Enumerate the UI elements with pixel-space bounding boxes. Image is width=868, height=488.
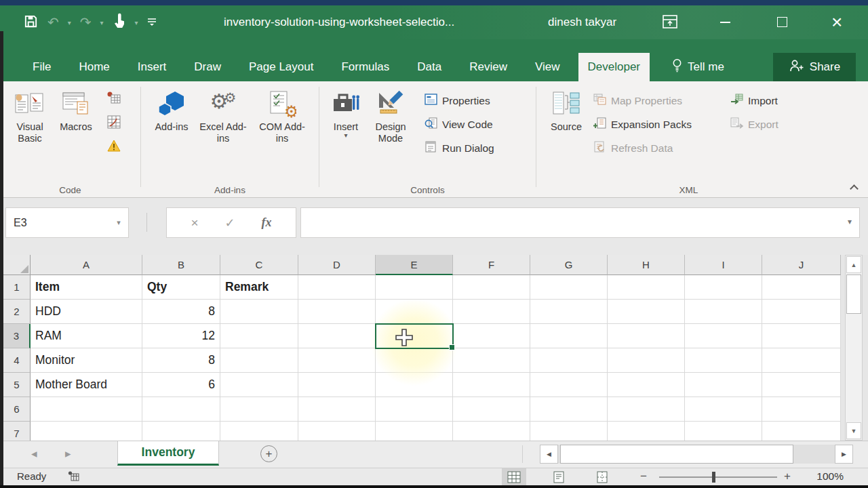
cell-A4[interactable]: Monitor [31, 348, 142, 373]
sheet-nav-left-icon[interactable]: ◂ [31, 447, 37, 461]
zoom-in-icon[interactable]: + [784, 470, 791, 483]
view-code-button[interactable]: View Code [425, 117, 494, 131]
cell-J2[interactable] [762, 300, 841, 324]
cell-H6[interactable] [608, 397, 685, 422]
tab-insert[interactable]: Insert [128, 53, 176, 81]
cell-A7[interactable] [31, 422, 142, 441]
column-header-J[interactable]: J [762, 255, 841, 275]
cell-C7[interactable] [220, 422, 298, 441]
expand-formula-bar-icon[interactable]: ▾ [848, 217, 852, 226]
signed-in-user[interactable]: dinesh takyar [548, 5, 616, 39]
row-header-5[interactable]: 5 [3, 373, 31, 397]
scroll-down-icon[interactable]: ▼ [846, 422, 861, 439]
cell-B7[interactable] [142, 422, 220, 441]
cell-H1[interactable] [608, 275, 685, 300]
row-header-6[interactable]: 6 [3, 397, 31, 422]
macro-recording-icon[interactable] [68, 471, 79, 483]
cell-I7[interactable] [685, 422, 762, 441]
expansion-packs-button[interactable]: Expansion Packs [593, 117, 692, 131]
zoom-level-label[interactable]: 100% [802, 470, 844, 483]
undo-icon[interactable]: ↶ [47, 16, 59, 29]
new-sheet-icon[interactable]: + [260, 445, 277, 462]
com-addins-button[interactable]: ⚙ COM Add-ins [255, 81, 309, 144]
column-header-B[interactable]: B [142, 255, 220, 275]
touch-mode-icon[interactable] [113, 13, 126, 32]
column-header-G[interactable]: G [530, 255, 608, 275]
vertical-scrollbar[interactable]: ▲ ▼ [845, 255, 863, 441]
column-header-C[interactable]: C [220, 255, 298, 275]
tab-formulas[interactable]: Formulas [332, 53, 399, 81]
design-mode-button[interactable]: Design Mode [367, 81, 414, 144]
zoom-slider-track[interactable] [659, 476, 777, 478]
select-all-corner[interactable] [3, 255, 31, 275]
cell-G7[interactable] [530, 422, 608, 441]
enter-icon[interactable]: ✓ [224, 216, 235, 230]
macros-button[interactable]: Macros [54, 81, 98, 144]
cell-F4[interactable] [453, 348, 530, 373]
collapse-ribbon-icon[interactable] [850, 184, 859, 193]
cell-I5[interactable] [685, 373, 762, 397]
insert-dropdown-icon[interactable]: ▾ [344, 133, 347, 138]
row-header-3[interactable]: 3 [3, 324, 31, 348]
cell-B5[interactable]: 6 [142, 373, 220, 397]
excel-addins-button[interactable]: ⚙⚙ Excel Add-ins [197, 81, 250, 144]
properties-button[interactable]: Properties [425, 94, 494, 108]
scroll-right-icon[interactable]: ▶ [835, 445, 853, 464]
cell-C6[interactable] [220, 397, 298, 422]
tab-view[interactable]: View [526, 53, 570, 81]
column-header-H[interactable]: H [608, 255, 685, 275]
cell-F2[interactable] [453, 300, 530, 324]
formula-input[interactable] [300, 207, 860, 238]
name-box-dropdown-icon[interactable]: ▾ [109, 218, 128, 227]
cell-J7[interactable] [762, 422, 841, 441]
tab-developer[interactable]: Developer [578, 53, 650, 81]
cell-J5[interactable] [762, 373, 841, 397]
cell-I3[interactable] [685, 324, 762, 348]
cell-H7[interactable] [608, 422, 685, 441]
cell-G5[interactable] [530, 373, 608, 397]
cell-I2[interactable] [685, 300, 762, 324]
ribbon-display-options-icon[interactable] [662, 14, 678, 32]
cell-B3[interactable]: 12 [142, 324, 220, 348]
cell-C5[interactable] [220, 373, 298, 397]
scroll-left-icon[interactable]: ◀ [540, 445, 558, 464]
cell-A5[interactable]: Mother Board [31, 373, 142, 397]
normal-view-icon[interactable] [502, 468, 526, 486]
cell-D6[interactable] [298, 397, 376, 422]
column-header-I[interactable]: I [685, 255, 762, 275]
column-header-E[interactable]: E [376, 255, 453, 275]
cell-F3[interactable] [453, 324, 530, 348]
cell-D1[interactable] [298, 275, 376, 300]
selected-cell-outline[interactable] [375, 323, 454, 349]
cell-E5[interactable] [376, 373, 453, 397]
cell-I4[interactable] [685, 348, 762, 373]
insert-control-button[interactable]: Insert ▾ [325, 81, 367, 144]
cell-B4[interactable]: 8 [142, 348, 220, 373]
row-header-2[interactable]: 2 [3, 300, 31, 324]
cell-I6[interactable] [685, 397, 762, 422]
cell-J3[interactable] [762, 324, 841, 348]
cell-E4[interactable] [376, 348, 453, 373]
cell-G2[interactable] [530, 300, 608, 324]
cell-E6[interactable] [376, 397, 453, 422]
cell-H2[interactable] [608, 300, 685, 324]
cell-F6[interactable] [453, 397, 530, 422]
cell-J1[interactable] [762, 275, 841, 300]
cell-G6[interactable] [530, 397, 608, 422]
cell-A6[interactable] [31, 397, 142, 422]
sheet-tab-inventory[interactable]: Inventory [117, 441, 219, 466]
use-relative-references-icon[interactable] [107, 115, 121, 131]
cell-F7[interactable] [453, 422, 530, 441]
cell-J4[interactable] [762, 348, 841, 373]
undo-caret-icon[interactable]: ▾ [68, 19, 71, 26]
source-button[interactable]: Source [545, 81, 588, 133]
tab-review[interactable]: Review [460, 53, 517, 81]
tab-file[interactable]: File [23, 53, 60, 81]
cell-E7[interactable] [376, 422, 453, 441]
tab-home[interactable]: Home [69, 53, 119, 81]
cell-B6[interactable] [142, 397, 220, 422]
cell-A2[interactable]: HDD [31, 300, 142, 324]
cell-F1[interactable] [453, 275, 530, 300]
cell-D4[interactable] [298, 348, 376, 373]
column-header-D[interactable]: D [298, 255, 376, 275]
